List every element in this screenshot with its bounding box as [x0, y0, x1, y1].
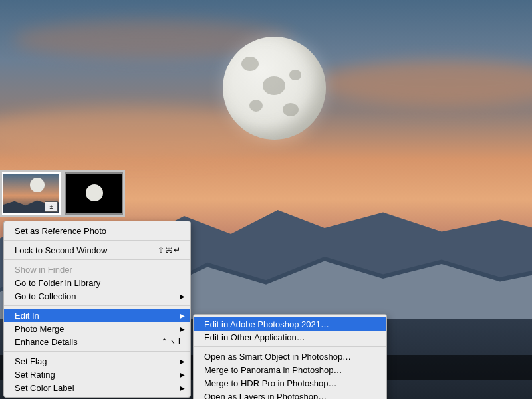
menu-separator — [4, 240, 190, 241]
shortcut-label: ⌃⌥I — [161, 337, 181, 346]
menu-go-collection[interactable]: Go to Collection ▶ — [4, 289, 190, 303]
menu-set-color-label[interactable]: Set Color Label ▶ — [4, 381, 190, 394]
menu-go-folder-library[interactable]: Go to Folder in Library — [4, 276, 190, 289]
menu-photo-merge[interactable]: Photo Merge ▶ — [4, 322, 190, 335]
submenu-open-smart-object[interactable]: Open as Smart Object in Photoshop… — [194, 350, 386, 363]
menu-separator — [4, 259, 190, 260]
menu-enhance-details[interactable]: Enhance Details ⌃⌥I — [4, 335, 190, 348]
menu-set-rating[interactable]: Set Rating ▶ — [4, 368, 190, 381]
thumbnail-2[interactable] — [65, 172, 123, 215]
moon — [223, 37, 326, 140]
submenu-arrow-icon: ▶ — [180, 358, 185, 365]
context-menu: Set as Reference Photo Lock to Second Wi… — [3, 221, 191, 398]
submenu-arrow-icon: ▶ — [180, 325, 185, 332]
menu-set-reference-photo[interactable]: Set as Reference Photo — [4, 224, 190, 237]
submenu-arrow-icon: ▶ — [180, 384, 185, 392]
submenu-merge-hdr-pro[interactable]: Merge to HDR Pro in Photoshop… — [194, 376, 386, 390]
adjust-badge-icon: ± — [45, 201, 58, 212]
submenu-merge-panorama[interactable]: Merge to Panorama in Photoshop… — [194, 363, 386, 376]
submenu-arrow-icon: ▶ — [180, 312, 185, 319]
edit-in-submenu: Edit in Adobe Photoshop 2021… Edit in Ot… — [193, 314, 387, 399]
filmstrip: ± — [0, 170, 125, 217]
menu-separator — [194, 346, 386, 347]
photo-editor-viewport: ± Set as Reference Photo Lock to Second … — [0, 0, 532, 399]
submenu-arrow-icon: ▶ — [180, 293, 185, 300]
menu-show-in-finder: Show in Finder — [4, 263, 190, 276]
menu-separator — [4, 305, 190, 306]
submenu-open-layers[interactable]: Open as Layers in Photoshop… — [194, 390, 386, 399]
menu-edit-in[interactable]: Edit In ▶ — [4, 309, 190, 322]
menu-set-flag[interactable]: Set Flag ▶ — [4, 354, 190, 368]
menu-lock-second-window[interactable]: Lock to Second Window ⇧⌘↵ — [4, 243, 190, 257]
shortcut-label: ⇧⌘↵ — [158, 245, 181, 255]
submenu-edit-photoshop-2021[interactable]: Edit in Adobe Photoshop 2021… — [194, 317, 386, 331]
submenu-edit-other-application[interactable]: Edit in Other Application… — [194, 331, 386, 344]
menu-separator — [4, 351, 190, 352]
submenu-arrow-icon: ▶ — [180, 371, 185, 378]
thumbnail-1[interactable]: ± — [2, 172, 61, 215]
